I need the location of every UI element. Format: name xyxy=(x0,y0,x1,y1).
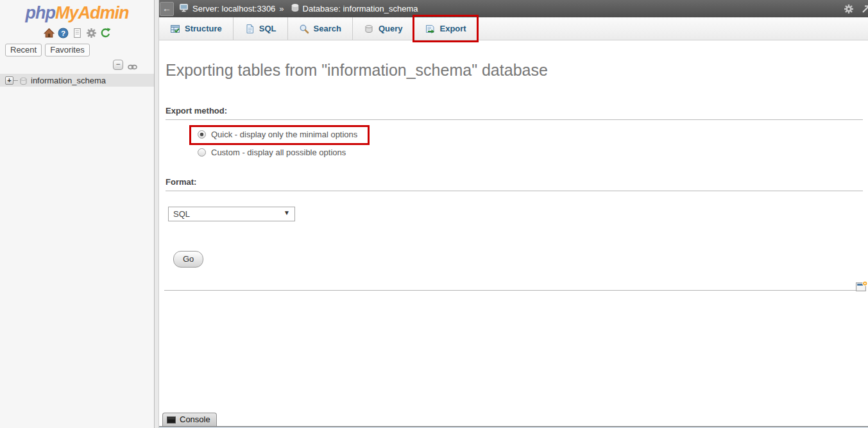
server-icon xyxy=(179,3,189,15)
settings-icon[interactable] xyxy=(86,28,97,39)
nav-quick-lists: Recent Favorites xyxy=(5,44,154,56)
expand-node-icon[interactable]: + xyxy=(5,76,13,85)
database-icon xyxy=(19,76,28,85)
breadcrumb-server[interactable]: Server: localhost:3306 xyxy=(192,4,275,13)
quick-radio[interactable] xyxy=(198,130,206,139)
nav-icon-toolbar: ? xyxy=(0,28,154,39)
favorite-tables-button[interactable]: Favorites xyxy=(45,44,89,56)
custom-option[interactable]: Custom - display all possible options xyxy=(198,148,346,157)
quick-option[interactable]: Quick - display only the minimal options xyxy=(198,130,357,139)
home-icon[interactable] xyxy=(44,28,55,39)
export-page-content: Exporting tables from "information_schem… xyxy=(159,61,868,291)
tab-label: Structure xyxy=(185,24,222,33)
tab-search[interactable]: Search xyxy=(288,17,353,40)
logo-php-text: php xyxy=(26,3,55,22)
breadcrumb-separator: » xyxy=(279,4,284,13)
format-title: Format: xyxy=(166,177,863,191)
tab-structure[interactable]: Structure xyxy=(159,17,234,40)
quick-option-row: Quick - display only the minimal options xyxy=(198,130,357,141)
custom-radio[interactable] xyxy=(198,148,206,157)
tab-sql[interactable]: SQL xyxy=(234,17,288,40)
panel-splitter[interactable] xyxy=(154,0,159,428)
export-method-section: Export method: Quick - display only the … xyxy=(166,106,863,159)
page-title: Exporting tables from "information_schem… xyxy=(166,61,863,80)
documentation-icon[interactable] xyxy=(72,28,83,39)
database-tabbar: Structure SQL Search Query Export xyxy=(159,17,868,40)
navigation-panel: phpMyAdmin ? Recent Favorites − xyxy=(0,0,154,428)
tab-label: Query xyxy=(379,24,403,33)
main-panel: ← Server: localhost:3306 » Database: inf… xyxy=(159,0,868,428)
page-related-settings-icon[interactable] xyxy=(855,280,867,295)
breadcrumb-database-icon xyxy=(291,3,300,14)
tab-query[interactable]: Query xyxy=(353,17,414,40)
custom-option-label: Custom - display all possible options xyxy=(211,148,346,157)
phpmyadmin-app: phpMyAdmin ? Recent Favorites − xyxy=(0,0,868,428)
console-label: Console xyxy=(180,415,210,424)
help-glyph: ? xyxy=(60,29,65,37)
tab-label: Search xyxy=(314,24,341,33)
export-method-title: Export method: xyxy=(166,106,863,120)
page-settings-gear-icon[interactable] xyxy=(844,4,854,14)
reload-navigation-icon[interactable] xyxy=(100,28,111,39)
help-icon[interactable]: ? xyxy=(58,28,69,39)
tab-export[interactable]: Export xyxy=(414,17,477,40)
logo-myadmin-text: MyAdmin xyxy=(55,3,129,22)
tab-label: SQL xyxy=(259,24,277,33)
format-select[interactable]: SQL xyxy=(168,207,295,221)
collapse-all-icon[interactable]: − xyxy=(113,60,123,70)
breadcrumb-database[interactable]: Database: information_schema xyxy=(303,4,418,13)
go-button[interactable]: Go xyxy=(173,251,203,268)
tree-item-label: information_schema xyxy=(31,76,106,85)
format-section: Format: SQL ▼ xyxy=(166,177,863,221)
tab-label: Export xyxy=(439,24,466,33)
tree-item-information-schema[interactable]: + information_schema xyxy=(0,74,154,87)
back-arrow-icon[interactable]: ← xyxy=(160,2,174,16)
expand-window-icon[interactable] xyxy=(861,4,868,14)
breadcrumb-bar: ← Server: localhost:3306 » Database: inf… xyxy=(159,0,868,17)
console-icon xyxy=(167,416,176,423)
quick-option-label: Quick - display only the minimal options xyxy=(211,130,357,139)
tree-connector xyxy=(13,80,18,81)
phpmyadmin-logo[interactable]: phpMyAdmin xyxy=(0,0,154,23)
export-method-options: Quick - display only the minimal options… xyxy=(198,130,863,159)
format-select-wrap: SQL ▼ xyxy=(168,207,295,221)
tree-controls: − xyxy=(0,60,137,70)
topbar-right-controls xyxy=(844,4,868,14)
recent-tables-button[interactable]: Recent xyxy=(5,44,42,56)
link-main-panel-icon[interactable] xyxy=(128,62,137,69)
content-divider xyxy=(164,290,863,291)
console-toggle[interactable]: Console xyxy=(162,413,217,426)
